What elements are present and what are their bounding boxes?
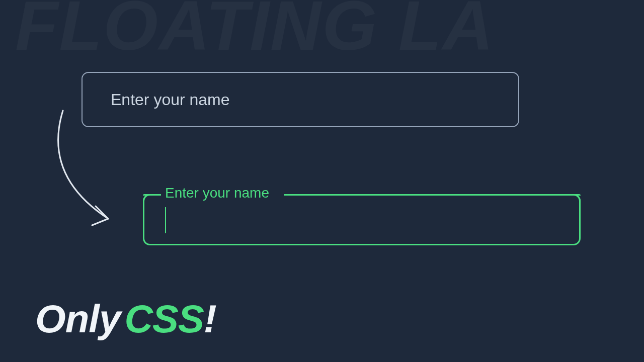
border-segment [143,194,161,196]
name-input-default-state[interactable]: Enter your name [82,72,519,127]
tagline-exclaim: ! [204,297,216,341]
border-segment [284,194,581,196]
text-cursor [165,207,166,233]
tagline-word: Only [35,297,120,341]
tagline-text: OnlyCSS! [35,296,216,342]
background-watermark-text: FLOATING LA [15,0,495,66]
input-border [143,194,581,245]
placeholder-text: Enter your name [111,90,230,109]
tagline-word-accent: CSS [124,297,203,341]
floating-label: Enter your name [161,185,273,201]
name-input-focused-state[interactable]: Enter your name [143,187,581,245]
